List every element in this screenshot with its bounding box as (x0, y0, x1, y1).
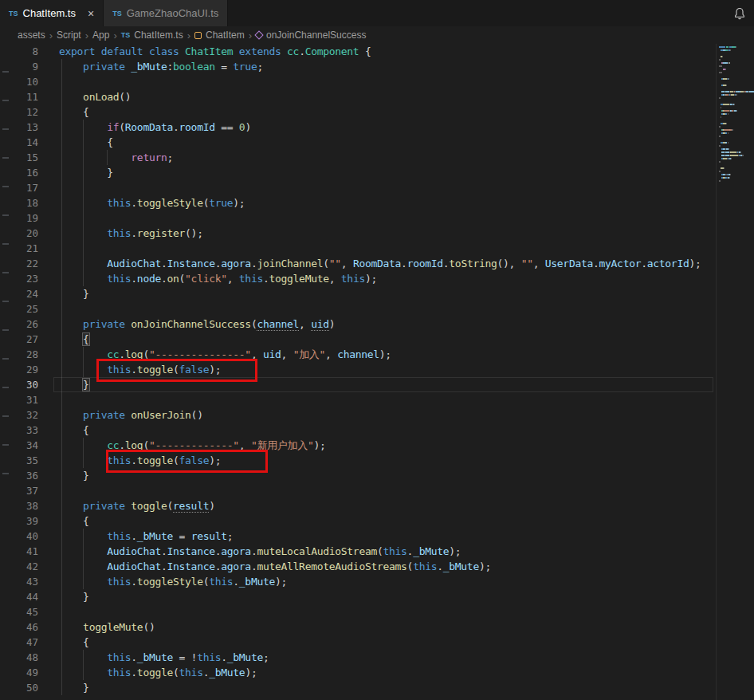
code-line[interactable]: 16 } (14, 165, 716, 180)
code-token: ); (689, 258, 701, 269)
code-line[interactable]: 11 onLoad() (14, 89, 716, 104)
code-token: . (131, 364, 137, 376)
code-token (59, 348, 107, 360)
code-token: { (359, 45, 371, 57)
breadcrumb-item-app[interactable]: App (92, 29, 109, 41)
code-line[interactable]: 17 (14, 180, 716, 195)
minimap-token (719, 145, 721, 147)
tab-gamezhaochaui-ts[interactable]: TSGameZhaoChaUI.ts (104, 0, 228, 26)
code-line[interactable]: 32 private onUserJoin() (14, 407, 716, 423)
code-line[interactable]: 15 return; (14, 150, 716, 165)
breadcrumb-item-onjoinchannelsuccess[interactable]: onJoinChannelSuccess (256, 29, 366, 41)
code-token: ) (209, 500, 215, 512)
typescript-file-icon: TS (9, 10, 18, 18)
code-line[interactable]: 29 this.toggle(false); (14, 362, 716, 377)
minimap-token (728, 132, 728, 134)
code-line[interactable]: 45 (14, 604, 716, 619)
code-text: { (49, 423, 89, 438)
chevron-separator-icon: › (49, 29, 53, 41)
code-line[interactable]: 20 this.register(); (14, 226, 716, 241)
code-line[interactable]: 23 this.node.on("click", this.toggleMute… (14, 271, 716, 286)
tab-bar: TSChatItem.ts×TSGameZhaoChaUI.ts (0, 0, 754, 26)
close-tab-icon[interactable]: × (88, 8, 94, 19)
code-token: { (59, 636, 89, 648)
bell-icon[interactable] (733, 7, 746, 20)
code-line[interactable]: 31 (14, 392, 716, 407)
breadcrumb: assets›Script›App›TSChatItem.ts›ChatItem… (0, 26, 754, 44)
code-token: ( (173, 454, 179, 466)
code-line[interactable]: 37 (14, 483, 716, 498)
code-line[interactable]: 36 } (14, 468, 716, 483)
code-token: true (209, 197, 233, 209)
code-token: } (59, 167, 113, 179)
line-number: 41 (14, 544, 49, 559)
code-token: _bMute (131, 61, 167, 73)
code-line[interactable]: 34 cc.log("-------------", "新用户加入"); (14, 438, 716, 453)
line-number: 30 (14, 377, 49, 392)
line-number: 46 (14, 619, 49, 635)
code-line[interactable]: 13 if(RoomData.roomId == 0) (14, 120, 716, 135)
code-line[interactable]: 44 } (14, 589, 716, 604)
code-token (95, 45, 101, 57)
code-token (233, 45, 239, 57)
code-line[interactable]: 14 { (14, 135, 716, 150)
code-token (59, 545, 107, 557)
code-line[interactable]: 30 } (14, 377, 716, 392)
minimap[interactable] (716, 44, 754, 700)
code-token: _bMute (137, 651, 173, 663)
code-line[interactable]: 9 private _bMute:boolean = true; (14, 59, 716, 74)
code-line[interactable]: 8export default class ChatItem extends c… (14, 44, 716, 59)
code-token: ( (407, 560, 414, 572)
code-token (59, 258, 107, 269)
code-line[interactable]: 39 { (14, 513, 716, 529)
code-line[interactable]: 12 { (14, 104, 716, 120)
code-line[interactable]: 46 toggleMute() (14, 619, 716, 635)
code-line[interactable]: 43 this.toggleStyle(this._bMute); (14, 574, 716, 589)
code-token: ); (365, 273, 377, 285)
minimap-token (736, 46, 736, 48)
code-token: , (251, 348, 263, 360)
code-line[interactable]: 48 this._bMute = !this._bMute; (14, 650, 716, 665)
code-line[interactable]: 22 AudioChat.Instance.agora.joinChannel(… (14, 256, 716, 271)
line-number: 32 (14, 407, 49, 423)
code-line[interactable]: 26 private onJoinChannelSuccess(channel,… (14, 317, 716, 332)
code-token: actorId (647, 258, 689, 269)
code-line[interactable]: 21 (14, 241, 716, 256)
code-token: toggleMute (83, 621, 143, 633)
code-line[interactable]: 19 (14, 210, 716, 226)
line-number: 11 (14, 89, 49, 104)
code-token: . (407, 545, 414, 557)
code-line[interactable]: 40 this._bMute = result; (14, 529, 716, 544)
code-line[interactable]: 47 { (14, 635, 716, 650)
code-token: ( (119, 121, 125, 133)
code-line[interactable]: 41 AudioChat.Instance.agora.muteLocalAud… (14, 544, 716, 559)
code-token: "" (329, 258, 341, 269)
minimap-token (730, 49, 731, 51)
code-token (59, 151, 131, 163)
code-line[interactable]: 18 this.toggleStyle(true); (14, 195, 716, 210)
code-line[interactable]: 38 private toggle(result) (14, 498, 716, 513)
code-line[interactable]: 27 { (14, 332, 716, 347)
breadcrumb-item-assets[interactable]: assets (18, 29, 45, 41)
minimap-token (729, 62, 730, 64)
code-token: . (161, 545, 167, 557)
code-text (49, 301, 59, 317)
code-line[interactable]: 24 } (14, 286, 716, 301)
code-line[interactable]: 49 this.toggle(this._bMute); (14, 665, 716, 680)
code-line[interactable]: 10 (14, 74, 716, 89)
code-line[interactable]: 28 cc.log("---------------", uid, "加入", … (14, 347, 716, 362)
code-line[interactable]: 33 { (14, 423, 716, 438)
code-line[interactable]: 50 } (14, 680, 716, 695)
code-text: if(RoomData.roomId == 0) (49, 120, 251, 135)
code-line[interactable]: 25 (14, 301, 716, 317)
code-token: ( (173, 667, 179, 678)
code-line[interactable]: 35 this.toggle(false); (14, 453, 716, 468)
code-token: "click" (185, 273, 227, 285)
breadcrumb-item-chatitem[interactable]: ChatItem (194, 29, 245, 41)
code-editor[interactable]: 8export default class ChatItem extends c… (14, 44, 716, 700)
tab-chatitem-ts[interactable]: TSChatItem.ts× (0, 0, 104, 26)
code-line[interactable]: 42 AudioChat.Instance.agora.muteAllRemot… (14, 559, 716, 574)
line-number: 40 (14, 529, 49, 544)
breadcrumb-item-script[interactable]: Script (57, 29, 81, 41)
breadcrumb-item-chatitem-ts[interactable]: TSChatItem.ts (121, 29, 183, 41)
